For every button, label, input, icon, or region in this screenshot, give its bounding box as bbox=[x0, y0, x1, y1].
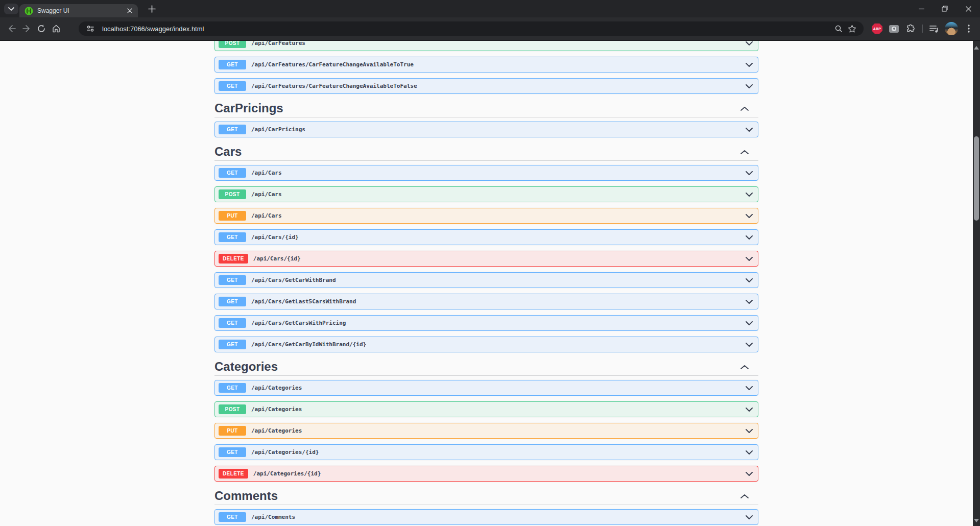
method-badge: GET bbox=[219, 168, 246, 178]
home-icon bbox=[52, 24, 61, 33]
chevron-down-icon[interactable] bbox=[746, 450, 753, 455]
scrollbar-up-arrow-icon[interactable] bbox=[974, 46, 979, 50]
vertical-scrollbar[interactable] bbox=[973, 41, 980, 526]
home-button[interactable] bbox=[49, 21, 63, 36]
endpoint-row[interactable]: GET/api/Comments bbox=[214, 509, 758, 525]
tag-title: Comments bbox=[214, 489, 278, 503]
chevron-down-icon[interactable] bbox=[746, 214, 753, 218]
endpoint-path: /api/CarFeatures/CarFeatureChangeAvailab… bbox=[251, 61, 414, 68]
endpoint-row[interactable]: POST/api/CarFeatures bbox=[214, 41, 758, 51]
back-button[interactable] bbox=[4, 21, 19, 36]
endpoint-row[interactable]: DELETE/api/Cars/{id} bbox=[214, 251, 758, 267]
endpoint-row[interactable]: PUT/api/Cars bbox=[214, 208, 758, 224]
endpoint-path: /api/Cars bbox=[251, 191, 282, 198]
tab-search-button[interactable] bbox=[4, 4, 18, 14]
method-badge: PUT bbox=[219, 426, 246, 436]
browser-tab[interactable]: Swagger UI bbox=[19, 4, 138, 17]
browser-toolbar: localhost:7066/swagger/index.html ABP bbox=[0, 17, 980, 41]
profile-avatar[interactable] bbox=[945, 22, 958, 35]
chevron-down-icon[interactable] bbox=[746, 41, 753, 45]
forward-button[interactable] bbox=[19, 21, 34, 36]
chevron-up-icon[interactable] bbox=[740, 147, 749, 156]
bookmark-star-icon[interactable] bbox=[845, 22, 858, 35]
endpoint-path: /api/Comments bbox=[251, 514, 295, 520]
minimize-button[interactable] bbox=[910, 0, 933, 17]
endpoint-row[interactable]: GET/api/CarFeatures/CarFeatureChangeAvai… bbox=[214, 57, 758, 73]
new-tab-button[interactable] bbox=[145, 2, 159, 16]
method-badge: DELETE bbox=[219, 469, 248, 479]
reload-button[interactable] bbox=[34, 21, 49, 36]
endpoint-path: /api/Categories bbox=[251, 406, 302, 413]
tag-section-header[interactable]: Cars bbox=[214, 146, 758, 158]
restore-icon bbox=[942, 6, 948, 12]
method-badge: PUT bbox=[219, 211, 246, 221]
site-info-icon[interactable] bbox=[84, 22, 97, 35]
method-badge: GET bbox=[219, 318, 246, 328]
restore-button[interactable] bbox=[933, 0, 957, 17]
chevron-down-icon[interactable] bbox=[746, 321, 753, 325]
browser-menu-icon[interactable] bbox=[962, 21, 975, 36]
endpoint-row[interactable]: GET/api/Cars bbox=[214, 165, 758, 181]
endpoint-row[interactable]: POST/api/Categories bbox=[214, 401, 758, 417]
method-badge: GET bbox=[219, 340, 246, 349]
chevron-down-icon[interactable] bbox=[746, 278, 753, 282]
reload-icon bbox=[37, 24, 46, 33]
camera-extension-icon[interactable] bbox=[887, 21, 901, 36]
chevron-down-icon[interactable] bbox=[746, 408, 753, 412]
tag-section-header[interactable]: CarPricings bbox=[214, 102, 758, 114]
chevron-down-icon[interactable] bbox=[746, 128, 753, 132]
chevron-down-icon[interactable] bbox=[746, 235, 753, 240]
url-bar[interactable]: localhost:7066/swagger/index.html bbox=[79, 21, 864, 36]
endpoint-path: /api/Cars bbox=[251, 212, 282, 219]
url-text[interactable]: localhost:7066/swagger/index.html bbox=[102, 25, 832, 33]
endpoint-row[interactable]: GET/api/Cars/{id} bbox=[214, 229, 758, 245]
chevron-up-icon[interactable] bbox=[740, 491, 749, 500]
tag-section-header[interactable]: Categories bbox=[214, 361, 758, 373]
adblock-extension-icon[interactable]: ABP bbox=[870, 21, 884, 36]
chevron-down-icon[interactable] bbox=[746, 257, 753, 261]
chevron-down-icon[interactable] bbox=[746, 171, 753, 175]
chevron-down-icon[interactable] bbox=[746, 63, 753, 67]
endpoint-row[interactable]: GET/api/CarPricings bbox=[214, 122, 758, 137]
endpoint-row[interactable]: POST/api/Cars bbox=[214, 186, 758, 202]
section-divider bbox=[214, 505, 758, 505]
tag-section-header[interactable]: Comments bbox=[214, 490, 758, 502]
endpoint-row[interactable]: DELETE/api/Categories/{id} bbox=[214, 466, 758, 482]
endpoint-path: /api/Categories/{id} bbox=[251, 449, 319, 456]
method-badge: GET bbox=[219, 512, 246, 522]
endpoint-row[interactable]: GET/api/Cars/GetCarsWithPricing bbox=[214, 315, 758, 331]
endpoint-row[interactable]: GET/api/Cars/GetCarByIdWithBrand/{id} bbox=[214, 337, 758, 352]
chevron-down-icon[interactable] bbox=[746, 84, 753, 88]
method-badge: GET bbox=[219, 275, 246, 285]
chevron-down-icon[interactable] bbox=[746, 343, 753, 347]
chevron-down-icon[interactable] bbox=[746, 515, 753, 519]
endpoint-row[interactable]: GET/api/Categories/{id} bbox=[214, 444, 758, 460]
scrollbar-down-arrow-icon[interactable] bbox=[974, 519, 979, 522]
chevron-down-icon[interactable] bbox=[746, 386, 753, 390]
playlist-icon[interactable] bbox=[927, 21, 941, 36]
chevron-up-icon[interactable] bbox=[740, 362, 749, 371]
chevron-down-icon[interactable] bbox=[746, 429, 753, 433]
endpoint-row[interactable]: GET/api/Cars/GetCarWithBrand bbox=[214, 272, 758, 288]
tab-close-icon[interactable] bbox=[126, 7, 134, 15]
zoom-icon[interactable] bbox=[832, 22, 845, 35]
endpoint-path: /api/CarFeatures bbox=[251, 41, 305, 46]
close-button[interactable] bbox=[957, 0, 980, 17]
chevron-down-icon[interactable] bbox=[746, 472, 753, 476]
scrollbar-thumb[interactable] bbox=[974, 136, 979, 221]
chevron-down-icon[interactable] bbox=[746, 193, 753, 197]
endpoint-row[interactable]: PUT/api/Categories bbox=[214, 423, 758, 439]
back-arrow-icon bbox=[7, 24, 16, 33]
browser-chrome: Swagger UI bbox=[0, 0, 980, 41]
endpoint-row[interactable]: GET/api/Cars/GetLast5CarsWithBrand bbox=[214, 294, 758, 309]
endpoint-row[interactable]: GET/api/Categories bbox=[214, 380, 758, 396]
toolbar-separator bbox=[922, 25, 923, 33]
extensions-puzzle-icon[interactable] bbox=[904, 21, 918, 36]
endpoint-path: /api/Cars bbox=[251, 170, 282, 176]
chevron-down-icon[interactable] bbox=[746, 300, 753, 304]
chevron-up-icon[interactable] bbox=[740, 104, 749, 113]
close-icon bbox=[966, 6, 971, 12]
method-badge: POST bbox=[219, 189, 246, 199]
method-badge: GET bbox=[219, 81, 246, 91]
endpoint-row[interactable]: GET/api/CarFeatures/CarFeatureChangeAvai… bbox=[214, 78, 758, 94]
